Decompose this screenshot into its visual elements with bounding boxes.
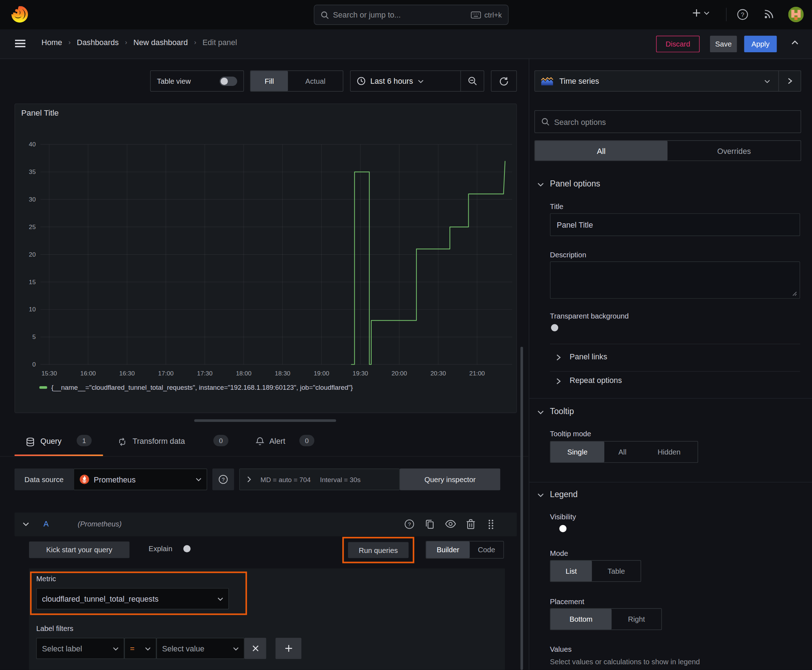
legend-header[interactable]: Legend [550,490,578,499]
refresh-button[interactable] [491,71,517,91]
query-help-icon[interactable]: ? [404,519,415,530]
legend-mode-list[interactable]: List [551,560,592,581]
save-button[interactable]: Save [710,36,737,52]
remove-filter-button[interactable] [244,638,266,659]
data-source-value: Prometheus [94,475,192,484]
svg-text:21:00: 21:00 [470,370,485,377]
zoom-out-time-button[interactable] [461,71,484,91]
placement-bottom[interactable]: Bottom [551,609,612,629]
breadcrumb-home[interactable]: Home [42,38,62,47]
menu-hamburger-button[interactable] [14,39,26,48]
query-row-header[interactable]: A (Prometheus) ? [14,513,517,536]
fill-option[interactable]: Fill [251,71,288,91]
select-label-dropdown[interactable]: Select label [36,638,124,659]
builder-option[interactable]: Builder [426,541,470,558]
collapse-options-pane-button[interactable] [791,40,798,45]
run-queries-button[interactable]: Run queries [348,542,409,558]
search-options-input[interactable]: Search options [534,110,801,133]
section-divider [529,398,812,398]
panel-title-input-value: Panel Title [557,220,593,229]
explain-label: Explain [149,545,172,553]
help-button[interactable]: ? [736,8,749,21]
chevron-down-icon[interactable] [537,182,544,187]
svg-text:20:30: 20:30 [431,370,446,377]
chevron-down-icon [217,597,223,601]
panel-title-input[interactable]: Panel Title [550,213,800,236]
svg-text:?: ? [741,11,744,18]
svg-text:5: 5 [32,333,36,340]
add-filter-button[interactable] [275,638,301,659]
chevron-down-icon[interactable] [537,410,544,415]
tooltip-header[interactable]: Tooltip [550,407,574,416]
data-source-label: Data source [14,469,73,490]
title-field-label: Title [550,203,563,211]
breadcrumb-separator: › [66,38,73,46]
news-rss-button[interactable] [763,8,775,20]
delete-query-trash-icon[interactable] [466,519,475,530]
breadcrumb-new-dashboard[interactable]: New dashboard [134,38,188,47]
svg-text:19:30: 19:30 [353,370,368,377]
metric-select[interactable]: cloudflared_tunnel_total_requests [36,588,229,609]
svg-text:16:30: 16:30 [119,370,135,377]
options-filter-tabs: All Overrides [534,140,801,161]
operator-dropdown[interactable]: = [124,638,156,659]
panel-title[interactable]: Panel Title [21,108,59,117]
vertical-scrollbar[interactable] [520,347,523,670]
discard-button[interactable]: Discard [656,36,700,52]
table-view-toggle[interactable] [219,76,237,86]
add-new-button[interactable] [692,8,709,17]
query-inspector-button[interactable]: Query inspector [400,469,500,490]
svg-text:30: 30 [29,196,36,203]
chevron-down-icon [704,11,710,15]
code-option[interactable]: Code [470,541,503,558]
breadcrumb-dashboards[interactable]: Dashboards [77,38,119,47]
tooltip-mode-single[interactable]: Single [551,442,604,462]
legend-mode-table[interactable]: Table [592,560,641,581]
visualization-picker[interactable]: Time series [534,71,801,91]
repeat-options-section[interactable]: Repeat options [570,376,622,385]
database-icon [26,437,35,447]
grafana-edit-panel-screen: Search or jump to... ctrl+k ? [0,0,812,670]
select-value-dropdown[interactable]: Select value [156,638,244,659]
chevron-down-icon [765,79,770,83]
tab-alert[interactable]: Alert [269,436,285,445]
grafana-logo-icon[interactable] [12,6,28,22]
actual-option[interactable]: Actual [288,71,342,91]
svg-text:20:00: 20:00 [392,370,407,377]
tab-query[interactable]: Query [41,436,61,445]
data-source-picker[interactable]: Prometheus [73,469,207,490]
query-options-row[interactable]: MD = auto = 704 Interval = 30s [239,469,400,490]
svg-text:10: 10 [29,306,36,313]
hide-query-eye-icon[interactable] [445,520,456,528]
tooltip-mode-hidden[interactable]: Hidden [641,442,697,462]
user-avatar[interactable] [788,7,804,22]
drag-handle-icon[interactable] [488,519,494,530]
chevron-right-icon[interactable] [556,354,561,361]
time-range-label: Last 6 hours [370,76,413,86]
chevron-down-icon[interactable] [537,493,544,497]
collapse-query-chevron-icon[interactable] [23,522,29,526]
description-textarea[interactable] [550,261,800,298]
duplicate-query-icon[interactable] [425,519,435,530]
tab-transform-data[interactable]: Transform data [132,436,185,445]
tab-all[interactable]: All [535,140,667,160]
data-source-help-button[interactable]: ? [212,469,234,490]
operator-value: = [130,644,141,653]
panel-options-header[interactable]: Panel options [550,179,600,188]
placement-right[interactable]: Right [612,609,661,629]
chevron-right-icon[interactable] [556,378,561,385]
tooltip-mode-all[interactable]: All [604,442,641,462]
kick-start-query-button[interactable]: Kick start your query [29,541,130,558]
panel-links-section[interactable]: Panel links [570,352,607,361]
time-range-picker[interactable]: Last 6 hours [351,71,460,91]
expand-viz-suggestions-button[interactable] [779,71,800,91]
top-nav-bar: Search or jump to... ctrl+k ? [0,0,812,30]
legend-item[interactable]: {__name__="cloudflared_tunnel_total_requ… [39,384,353,392]
values-label: Values [550,645,571,653]
global-search-input[interactable]: Search or jump to... ctrl+k [314,5,509,25]
horizontal-scrollbar[interactable] [194,420,336,422]
tab-overrides[interactable]: Overrides [667,140,800,160]
select-value-placeholder: Select value [162,644,229,653]
apply-button[interactable]: Apply [744,36,777,52]
table-view-control: Table view [150,71,244,91]
